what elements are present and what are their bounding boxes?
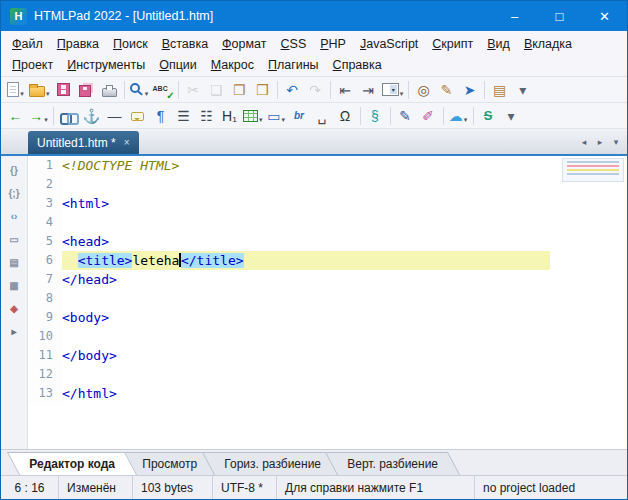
menu-поиск[interactable]: Поиск xyxy=(106,35,155,53)
menu-php[interactable]: PHP xyxy=(313,35,353,53)
css-clips-button[interactable]: {;} xyxy=(3,183,25,203)
code-line[interactable]: 6 <title>leteha</title> xyxy=(28,251,627,270)
line-code xyxy=(62,289,627,308)
code-line[interactable]: 13</html> xyxy=(28,384,627,403)
view-tab-code-editor[interactable]: Редактор кода xyxy=(7,452,137,475)
menu-плагины[interactable]: Плагины xyxy=(261,56,326,74)
document-tab[interactable]: Untitled1.htm *× xyxy=(28,131,139,154)
menu-формат[interactable]: Формат xyxy=(215,35,273,53)
insert-hr-button[interactable]: — xyxy=(103,105,126,127)
menu-инструменты[interactable]: Инструменты xyxy=(60,56,152,74)
code-segment: <title> xyxy=(78,253,133,268)
code-line[interactable]: 2 xyxy=(28,175,627,194)
caret-position: 6 : 16 xyxy=(1,476,59,499)
line-number: 8 xyxy=(28,289,62,308)
code-line[interactable]: 5<head> xyxy=(28,232,627,251)
code-line[interactable]: 1<!DOCTYPE HTML> xyxy=(28,156,627,175)
paste-button[interactable]: ❐ xyxy=(228,79,251,101)
live-spell-button[interactable]: ✎ xyxy=(435,79,458,101)
menu-javascript[interactable]: JavaScript xyxy=(353,35,425,53)
numbered-list-button[interactable]: ☷ xyxy=(195,105,218,127)
code-line[interactable]: 10 xyxy=(28,327,627,346)
save-file-button[interactable] xyxy=(52,79,75,101)
code-explorer-button[interactable]: ▭ xyxy=(3,229,25,249)
insert-nbsp-icon: ␣ xyxy=(318,109,327,123)
toolbar-overflow-2-button[interactable]: ▾ xyxy=(500,105,523,127)
insert-paragraph-button[interactable]: ¶ xyxy=(149,105,172,127)
insert-anchor-button[interactable]: ⚓ xyxy=(80,105,103,127)
menu-вкладка[interactable]: Вкладка xyxy=(517,35,579,53)
browse-back-button[interactable]: ← xyxy=(4,105,27,127)
form-elements-button[interactable]: ▭▾ xyxy=(265,105,288,127)
save-all-button[interactable] xyxy=(75,79,98,101)
code-snippets-button[interactable]: ‹› xyxy=(3,206,25,226)
bookmarks-button[interactable]: ◈ xyxy=(3,298,25,318)
menu-правка[interactable]: Правка xyxy=(50,35,106,53)
menu-вставка[interactable]: Вставка xyxy=(155,35,215,53)
menu-вид[interactable]: Вид xyxy=(480,35,517,53)
insert-table-button[interactable]: ▾ xyxy=(241,105,265,127)
tab-scroll-left-button[interactable]: ◂ xyxy=(577,137,591,147)
toolbar-overflow-button[interactable]: ▾ xyxy=(511,79,534,101)
full-screen-icon: ▤ xyxy=(493,83,506,97)
code-line[interactable]: 12 xyxy=(28,365,627,384)
print-button[interactable] xyxy=(98,79,121,101)
code-line[interactable]: 3<html> xyxy=(28,194,627,213)
menu-css[interactable]: CSS xyxy=(274,35,314,53)
view-tab-vertical-split[interactable]: Верт. разбиение xyxy=(325,452,460,475)
code-line[interactable]: 4 xyxy=(28,213,627,232)
code-lines: 1<!DOCTYPE HTML>23<html>45<head>6 <title… xyxy=(28,156,627,403)
code-line[interactable]: 11</body> xyxy=(28,346,627,365)
code-editor[interactable]: 1<!DOCTYPE HTML>23<html>45<head>6 <title… xyxy=(28,156,627,449)
code-templates-button[interactable]: ▾ xyxy=(380,79,406,101)
tab-scroll-right-button[interactable]: ▸ xyxy=(593,137,607,147)
paste-as-html-button[interactable]: ❒ xyxy=(251,79,274,101)
open-file-icon xyxy=(29,86,45,97)
special-characters-button[interactable]: Ω xyxy=(334,105,357,127)
app-logo-icon: H xyxy=(10,8,27,25)
library-button[interactable]: ▦ xyxy=(3,275,25,295)
new-file-button[interactable]: ▾ xyxy=(4,79,27,101)
tab-close-icon[interactable]: × xyxy=(124,137,130,148)
insert-heading-button[interactable]: H₁ xyxy=(218,105,241,127)
code-line[interactable]: 7</head> xyxy=(28,270,627,289)
menu-скрипт[interactable]: Скрипт xyxy=(425,35,480,53)
menu-опции[interactable]: Опции xyxy=(152,56,204,74)
code-line[interactable]: 9<body> xyxy=(28,308,627,327)
search-button[interactable]: ▾ xyxy=(128,79,151,101)
open-file-button[interactable]: ▾ xyxy=(27,79,52,101)
minimize-button[interactable]: – xyxy=(492,1,537,31)
menu-справка[interactable]: Справка xyxy=(326,56,389,74)
insert-br-button[interactable]: br xyxy=(288,105,311,127)
code-line[interactable]: 8 xyxy=(28,289,627,308)
insert-comment-button[interactable] xyxy=(126,105,149,127)
outdent-button[interactable]: ⇤ xyxy=(334,79,357,101)
indent-button[interactable]: ⇥ xyxy=(357,79,380,101)
menu-проект[interactable]: Проект xyxy=(5,56,60,74)
code-clips-button[interactable]: {} xyxy=(3,160,25,180)
full-screen-button[interactable]: ▤ xyxy=(488,79,511,101)
find-in-files-button[interactable]: ◎ xyxy=(412,79,435,101)
minimap[interactable] xyxy=(562,158,624,182)
format-painter-button[interactable]: ✐ xyxy=(417,105,440,127)
maximize-button[interactable]: □ xyxy=(537,1,582,31)
tab-list-button[interactable]: ▾ xyxy=(609,137,623,147)
insert-link-button[interactable] xyxy=(57,105,80,127)
menu-файл[interactable]: Файл xyxy=(5,35,50,53)
browse-forward-button[interactable]: →▾ xyxy=(27,105,50,127)
dictionary-button[interactable]: ▤ xyxy=(3,252,25,272)
strikethrough-button[interactable]: S xyxy=(477,105,500,127)
insert-nbsp-button[interactable]: ␣ xyxy=(311,105,334,127)
dropdown-arrow-icon: ▾ xyxy=(20,90,24,101)
bullet-list-button[interactable]: ☰ xyxy=(172,105,195,127)
undo-button[interactable]: ↶ xyxy=(281,79,304,101)
cloud-button[interactable]: ☁▾ xyxy=(447,105,470,127)
color-picker-button[interactable]: ✎ xyxy=(394,105,417,127)
open-in-browser-button[interactable]: ➤ xyxy=(458,79,481,101)
menu-макрос[interactable]: Макрос xyxy=(204,56,261,74)
snippets-button[interactable]: § xyxy=(364,105,387,127)
view-tab-horizontal-split[interactable]: Гориз. разбиение xyxy=(201,452,342,475)
spell-check-button[interactable]: ABC✓ xyxy=(151,79,175,101)
close-button[interactable]: ✕ xyxy=(582,1,627,31)
collapse-panel-button[interactable]: ▸ xyxy=(3,321,25,341)
